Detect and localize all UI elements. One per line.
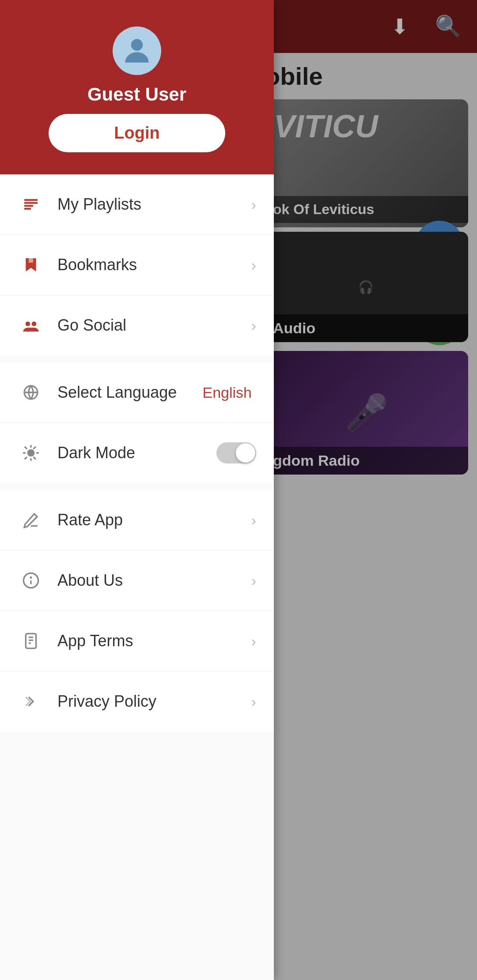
svg-point-16 (32, 321, 37, 326)
svg-point-18 (27, 449, 35, 457)
privacy-policy-label: Privacy Policy (57, 692, 247, 711)
social-chevron: › (251, 317, 256, 334)
playlists-label: My Playlists (57, 195, 247, 214)
social-icon (18, 312, 44, 339)
app-terms-label: App Terms (57, 632, 247, 650)
about-us-chevron: › (251, 572, 256, 589)
drawer-header: Guest User Login (0, 0, 274, 174)
language-label: Select Language (57, 383, 202, 402)
menu-item-dark-mode[interactable]: Dark Mode (0, 423, 274, 483)
menu-section-main: My Playlists › Bookmarks › (0, 174, 274, 355)
rate-app-label: Rate App (57, 511, 247, 529)
about-us-label: About Us (57, 571, 247, 590)
playlists-chevron: › (251, 196, 256, 213)
menu-item-rate-app[interactable]: Rate App › (0, 490, 274, 550)
dark-mode-label: Dark Mode (57, 444, 216, 462)
svg-rect-14 (29, 258, 33, 263)
about-icon (18, 567, 44, 594)
dark-mode-icon (18, 440, 44, 466)
menu-item-bookmarks[interactable]: Bookmarks › (0, 235, 274, 295)
menu-item-go-social[interactable]: Go Social › (0, 295, 274, 355)
menu-item-select-language[interactable]: Select Language English (0, 362, 274, 423)
side-drawer: Guest User Login My Playlists › (0, 0, 274, 980)
dark-mode-toggle[interactable] (216, 442, 256, 464)
menu-item-privacy-policy[interactable]: Privacy Policy › (0, 671, 274, 731)
menu-section-bottom: Rate App › About Us › (0, 490, 274, 731)
guest-user-label: Guest User (87, 84, 186, 105)
privacy-policy-chevron: › (251, 693, 256, 710)
app-terms-chevron: › (251, 633, 256, 650)
bookmarks-chevron: › (251, 256, 256, 274)
rate-app-icon (18, 507, 44, 533)
menu-item-my-playlists[interactable]: My Playlists › (0, 174, 274, 235)
login-button[interactable]: Login (49, 114, 225, 152)
language-icon (18, 379, 44, 406)
bookmarks-icon (18, 252, 44, 278)
app-terms-icon (18, 628, 44, 654)
rate-app-chevron: › (251, 512, 256, 529)
social-label: Go Social (57, 316, 247, 335)
toggle-knob (236, 443, 255, 463)
drawer-menu: My Playlists › Bookmarks › (0, 174, 274, 980)
svg-point-15 (26, 321, 30, 326)
menu-item-app-terms[interactable]: App Terms › (0, 611, 274, 671)
avatar (113, 26, 161, 75)
playlists-icon (18, 191, 44, 218)
language-value: English (202, 384, 252, 401)
privacy-icon (18, 688, 44, 715)
bookmarks-label: Bookmarks (57, 256, 247, 274)
menu-section-settings: Select Language English Dark Mode (0, 362, 274, 483)
svg-point-9 (131, 39, 143, 51)
menu-item-about-us[interactable]: About Us › (0, 550, 274, 611)
